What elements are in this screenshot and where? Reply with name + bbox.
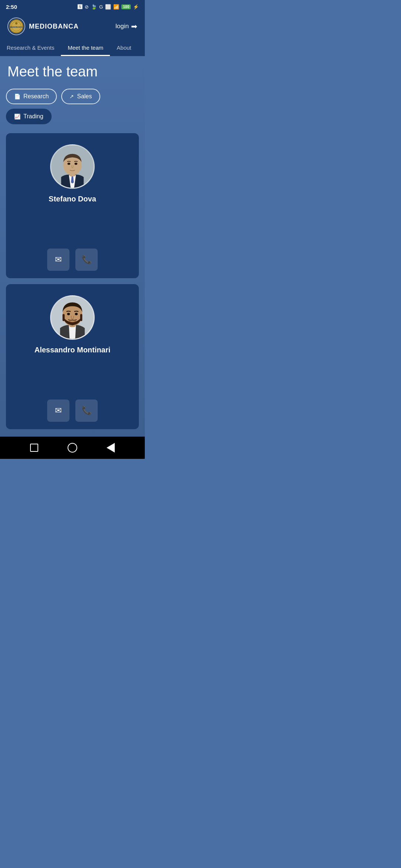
pill-trading[interactable]: 📈 Trading	[6, 109, 52, 124]
action-buttons-stefano: ✉ 📞	[47, 249, 98, 271]
login-area[interactable]: login ➡	[115, 22, 137, 31]
tab-about[interactable]: About	[110, 39, 138, 56]
tab-research-events[interactable]: Research & Events	[0, 39, 61, 56]
nav-back-button[interactable]	[29, 443, 39, 453]
nav-home-button[interactable]	[67, 443, 78, 453]
screen-icon: ⬜	[105, 4, 111, 10]
svg-point-16	[75, 313, 78, 315]
sales-icon: ↗	[69, 93, 74, 99]
svg-point-15	[67, 313, 70, 315]
triangle-icon	[107, 443, 115, 453]
main-content: Meet the team 📄 Research ↗ Sales 📈 Tradi…	[0, 56, 145, 437]
avatar-alessandro	[50, 295, 95, 340]
pill-research[interactable]: 📄 Research	[6, 89, 57, 104]
circle-icon: ⊘	[85, 4, 89, 10]
email-icon: ✉	[55, 255, 62, 264]
nfc-icon: 🅽	[78, 4, 82, 10]
logo-text: MEDIOBANCA	[29, 23, 79, 30]
app-header: MEDIOBANCA MEDIOBANCA login ➡	[0, 13, 145, 39]
svg-text:MEDIOBANCA: MEDIOBANCA	[10, 26, 23, 28]
email-button-stefano[interactable]: ✉	[47, 249, 69, 271]
leaf-icon: 🍃	[91, 4, 97, 10]
team-cards: Stefano Dova ✉ 📞	[6, 133, 139, 429]
member-name-alessandro: Alessandro Montinari	[35, 346, 110, 354]
svg-rect-13	[62, 314, 65, 321]
action-buttons-alessandro: ✉ 📞	[47, 400, 98, 422]
page-title: Meet the team	[6, 64, 139, 80]
status-icons: 🅽 ⊘ 🍃 G ⬜ 📶 100 ⚡	[78, 4, 139, 10]
nav-recent-button[interactable]	[105, 443, 116, 453]
square-icon	[30, 444, 38, 452]
email-icon-2: ✉	[55, 406, 62, 415]
svg-point-8	[68, 163, 71, 165]
wifi-icon: 📶	[113, 4, 119, 10]
battery-icon: 100	[121, 4, 131, 9]
member-name-stefano: Stefano Dova	[49, 195, 96, 203]
svg-rect-14	[80, 314, 82, 321]
logo-emblem: MEDIOBANCA	[9, 19, 23, 33]
bottom-nav	[0, 437, 145, 459]
email-button-alessandro[interactable]: ✉	[47, 400, 69, 422]
pill-research-label: Research	[23, 93, 49, 100]
phone-icon: 📞	[82, 255, 92, 264]
research-icon: 📄	[14, 93, 20, 99]
team-card-stefano: Stefano Dova ✉ 📞	[6, 133, 139, 278]
filter-pills: 📄 Research ↗ Sales 📈 Trading	[6, 89, 139, 124]
phone-icon-2: 📞	[82, 406, 92, 415]
status-bar: 2:50 🅽 ⊘ 🍃 G ⬜ 📶 100 ⚡	[0, 0, 145, 13]
charge-icon: ⚡	[133, 4, 139, 10]
logo-circle: MEDIOBANCA	[7, 17, 25, 35]
g-icon: G	[99, 4, 103, 10]
nav-tabs: Research & Events Meet the team About Co…	[0, 39, 145, 56]
logo-area: MEDIOBANCA MEDIOBANCA	[7, 17, 79, 35]
tab-meet-the-team[interactable]: Meet the team	[61, 39, 110, 56]
phone-button-stefano[interactable]: 📞	[75, 249, 98, 271]
login-label[interactable]: login	[115, 23, 129, 30]
circle-icon	[68, 443, 77, 453]
status-time: 2:50	[6, 4, 17, 10]
svg-point-9	[75, 163, 78, 165]
trading-icon: 📈	[14, 114, 20, 119]
pill-sales[interactable]: ↗ Sales	[61, 89, 100, 104]
team-card-alessandro: Alessandro Montinari ✉ 📞	[6, 284, 139, 429]
login-arrow-icon[interactable]: ➡	[131, 22, 137, 31]
svg-point-3	[15, 22, 17, 24]
phone-button-alessandro[interactable]: 📞	[75, 400, 98, 422]
avatar-stefano	[50, 144, 95, 189]
tab-co[interactable]: Co...	[138, 39, 145, 56]
pill-trading-label: Trading	[23, 113, 43, 120]
pill-sales-label: Sales	[77, 93, 92, 100]
